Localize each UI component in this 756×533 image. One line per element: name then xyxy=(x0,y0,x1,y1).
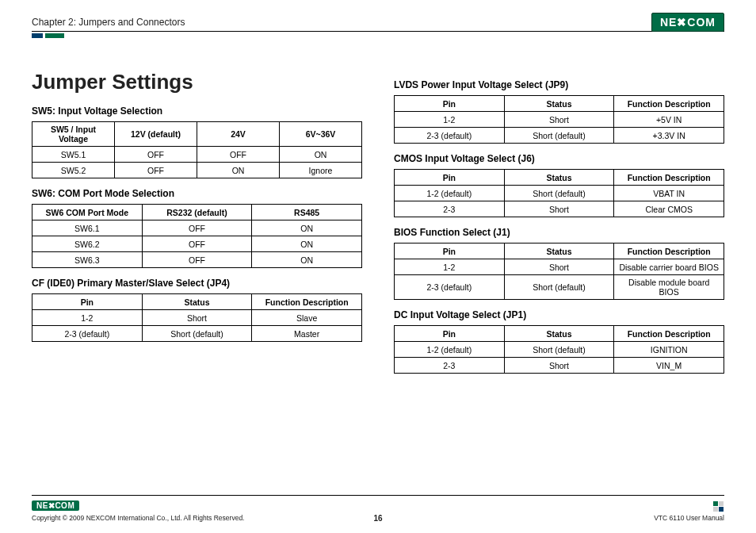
page-footer: NE✖COM Copyright © 2009 NEXCOM Internati… xyxy=(32,495,724,522)
th: Function Description xyxy=(614,96,724,112)
page-header: Chapter 2: Jumpers and Connectors NE✖COM xyxy=(32,13,724,32)
page-title: Jumper Settings xyxy=(32,70,362,94)
sw6-heading: SW6: COM Port Mode Selection xyxy=(32,188,362,199)
th: Status xyxy=(504,326,614,342)
table-row: 1-2ShortSlave xyxy=(32,310,362,326)
th: Pin xyxy=(395,170,505,186)
table-row: SW5.1OFFOFFON xyxy=(32,147,362,163)
page-body: Jumper Settings SW5: Input Voltage Selec… xyxy=(32,70,724,374)
table-header-row: SW5 / Input Voltage 12V (default) 24V 6V… xyxy=(32,122,362,147)
th: Function Description xyxy=(614,326,724,342)
copyright-text: Copyright © 2009 NEXCOM International Co… xyxy=(32,514,244,522)
table-row: SW6.2OFFON xyxy=(32,236,362,252)
th: Pin xyxy=(32,294,143,310)
th: Function Description xyxy=(252,294,362,310)
table-header-row: SW6 COM Port Mode RS232 (default) RS485 xyxy=(32,205,362,220)
table-row: 2-3 (default)Short (default)Master xyxy=(32,326,362,342)
footer-logo: NE✖COM xyxy=(32,500,79,511)
th: Status xyxy=(504,96,614,112)
table-row: 2-3 (default)Short (default)+3.3V IN xyxy=(395,128,724,144)
table-header-row: Pin Status Function Description xyxy=(395,170,724,186)
table-row: SW5.2OFFONIgnore xyxy=(32,163,362,178)
th: Pin xyxy=(395,326,505,342)
th: RS485 xyxy=(252,205,362,220)
header-decoration xyxy=(32,33,724,38)
jp1-table: Pin Status Function Description 1-2 (def… xyxy=(394,325,724,374)
th: Function Description xyxy=(614,243,724,259)
th: Pin xyxy=(395,96,505,112)
table-header-row: Pin Status Function Description xyxy=(395,243,724,259)
th: Status xyxy=(142,294,252,310)
table-row: SW6.3OFFON xyxy=(32,252,362,268)
brand-logo: NE✖COM xyxy=(651,13,724,32)
jp9-table: Pin Status Function Description 1-2Short… xyxy=(394,95,724,144)
sw5-heading: SW5: Input Voltage Selection xyxy=(32,105,362,117)
th: Pin xyxy=(395,243,505,259)
jp4-table: Pin Status Function Description 1-2Short… xyxy=(32,293,362,342)
sw6-table: SW6 COM Port Mode RS232 (default) RS485 … xyxy=(32,204,362,268)
right-column: LVDS Power Input Voltage Select (JP9) Pi… xyxy=(394,70,724,374)
th: 24V xyxy=(197,122,280,147)
chapter-title: Chapter 2: Jumpers and Connectors xyxy=(32,17,185,28)
table-header-row: Pin Status Function Description xyxy=(32,294,362,310)
th: Status xyxy=(504,170,614,186)
j1-heading: BIOS Function Select (J1) xyxy=(394,227,724,238)
table-row: 2-3ShortClear CMOS xyxy=(395,201,724,217)
table-row: 1-2ShortDisable carrier board BIOS xyxy=(395,259,724,275)
table-row: 1-2 (default)Short (default)VBAT IN xyxy=(395,186,724,201)
th: 12V (default) xyxy=(115,122,197,147)
th: 6V~36V xyxy=(280,122,362,147)
page-number: 16 xyxy=(373,514,382,523)
j6-table: Pin Status Function Description 1-2 (def… xyxy=(394,169,724,217)
manual-name: VTC 6110 User Manual xyxy=(654,514,724,522)
table-row: 2-3 (default)Short (default)Disable modu… xyxy=(395,275,724,300)
sw5-table: SW5 / Input Voltage 12V (default) 24V 6V… xyxy=(32,121,362,178)
left-column: Jumper Settings SW5: Input Voltage Selec… xyxy=(32,70,362,374)
th: Status xyxy=(504,243,614,259)
jp1-heading: DC Input Voltage Select (JP1) xyxy=(394,309,724,320)
th: RS232 (default) xyxy=(142,205,252,220)
th: Function Description xyxy=(614,170,724,186)
table-row: 1-2 (default)Short (default)IGNITION xyxy=(395,342,724,358)
jp9-heading: LVDS Power Input Voltage Select (JP9) xyxy=(394,79,724,90)
th: SW5 / Input Voltage xyxy=(32,122,115,147)
table-row: 1-2Short+5V IN xyxy=(395,112,724,128)
jp4-heading: CF (IDE0) Primary Master/Slave Select (J… xyxy=(32,278,362,289)
table-row: 2-3ShortVIN_M xyxy=(395,358,724,374)
footer-decoration-icon xyxy=(713,501,724,512)
j1-table: Pin Status Function Description 1-2Short… xyxy=(394,243,724,300)
table-row: SW6.1OFFON xyxy=(32,220,362,236)
table-header-row: Pin Status Function Description xyxy=(395,96,724,112)
th: SW6 COM Port Mode xyxy=(32,205,143,220)
table-header-row: Pin Status Function Description xyxy=(395,326,724,342)
j6-heading: CMOS Input Voltage Select (J6) xyxy=(394,153,724,164)
